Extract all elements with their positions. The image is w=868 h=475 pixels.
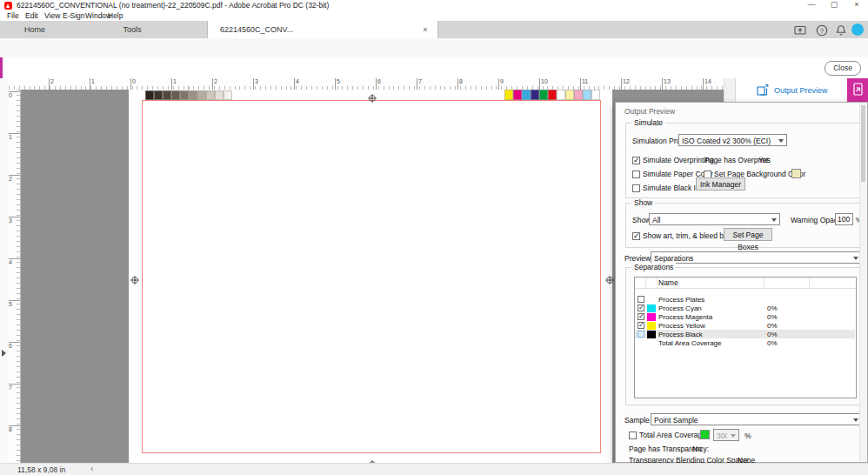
color-bar-cell	[548, 90, 557, 100]
grayscale-bar-cell	[154, 90, 163, 100]
preview-label: Preview:	[624, 254, 653, 263]
menu-view[interactable]: View	[43, 11, 62, 20]
separation-checkbox[interactable]	[638, 304, 644, 311]
show-dropdown[interactable]: All	[649, 213, 780, 225]
h-ruler-label: 2	[49, 78, 54, 90]
grayscale-bar-cell	[171, 90, 180, 100]
simulate-overprinting-checkbox[interactable]	[632, 157, 640, 164]
total-area-coverage-checkbox[interactable]	[629, 432, 637, 439]
chevron-down-icon	[771, 218, 777, 222]
v-ruler-label: 6	[9, 342, 20, 350]
ink-manager-button[interactable]: Ink Manager	[696, 177, 745, 191]
h-ruler-label: 2	[212, 78, 217, 90]
h-ruler-label: 10	[539, 78, 548, 90]
tab-home[interactable]: Home	[17, 21, 52, 38]
separation-row[interactable]: Process Yellow0%	[635, 321, 855, 330]
grayscale-bar-cell	[189, 90, 197, 100]
separation-row[interactable]: Process Cyan0%	[635, 304, 855, 312]
total-area-coverage-label: Total Area Coverage	[639, 431, 706, 439]
separation-name: Process Cyan	[658, 304, 702, 312]
color-bar-cell	[539, 90, 548, 100]
separation-name: Process Magenta	[658, 313, 712, 321]
v-ruler-label: 5	[9, 300, 20, 308]
tab-document-label: 62214560C_CONV...	[220, 21, 293, 38]
separation-checkbox[interactable]	[638, 296, 644, 303]
notifications-bell-icon[interactable]	[834, 23, 848, 36]
page-dimensions: 11,58 x 9,08 in	[17, 465, 65, 474]
separation-row[interactable]: Process Magenta0%	[635, 312, 855, 321]
warning-opacity-input[interactable]	[835, 213, 853, 225]
separations-listbox: Name Process PlatesProcess Cyan0%Process…	[634, 277, 857, 398]
separation-color-swatch	[647, 331, 656, 338]
grayscale-bar-cell	[145, 90, 154, 100]
tab-tools[interactable]: Tools	[111, 21, 153, 38]
separation-name: Total Area Coverage	[658, 339, 722, 347]
preview-dropdown[interactable]: Separations	[651, 251, 862, 264]
tools-pane-output-preview[interactable]: Output Preview	[774, 86, 828, 95]
screen-share-icon[interactable]	[793, 23, 807, 36]
show-boxes-checkbox[interactable]	[632, 232, 640, 240]
simulate-black-ink-label: Simulate Black Ink	[643, 184, 704, 192]
chevron-down-icon	[731, 434, 736, 438]
h-ruler-label: 6	[376, 78, 381, 90]
collapse-tools-pane-button[interactable]	[847, 78, 868, 102]
menu-file[interactable]: File	[5, 11, 21, 20]
output-preview-icon	[756, 84, 770, 97]
help-icon[interactable]: ?	[815, 23, 829, 36]
separation-coverage-value: 0%	[767, 304, 778, 312]
h-ruler-label: 13	[662, 78, 671, 90]
panel-scrollbar-thumb[interactable]	[861, 105, 865, 182]
grayscale-bar-cell	[215, 90, 224, 100]
color-bar-cell	[574, 90, 583, 100]
vertical-scrollbar[interactable]	[724, 78, 736, 102]
v-ruler-label: 0	[9, 91, 20, 99]
show-group: Show Show: All Warning Opacity: % Show a…	[625, 203, 862, 248]
tab-close-icon[interactable]: ×	[420, 21, 431, 38]
color-bar-cell	[557, 90, 565, 100]
acrobat-logo-icon	[4, 2, 12, 10]
separation-row[interactable]: Process Plates	[635, 295, 855, 304]
menu-help[interactable]: Help	[106, 11, 124, 20]
h-ruler-label: 1	[171, 78, 177, 90]
separations-group: Separations Name Process PlatesProcess C…	[625, 267, 864, 405]
h-ruler-label: 12	[621, 78, 630, 90]
user-avatar[interactable]	[851, 23, 864, 36]
tab-document[interactable]: 62214560C_CONV... ×	[207, 21, 438, 38]
simulation-profile-dropdown[interactable]: ISO Coated v2 300% (ECI)	[678, 134, 787, 146]
simulate-paper-color-checkbox[interactable]	[632, 171, 640, 178]
simulate-overprinting-label: Simulate Overprinting	[643, 156, 714, 164]
separation-checkbox[interactable]	[638, 331, 644, 338]
page-has-transparency-value: No	[692, 445, 702, 453]
panel-scrollbar[interactable]	[859, 103, 867, 462]
scroll-left-icon[interactable]: ‹	[90, 464, 93, 473]
separation-checkbox[interactable]	[638, 313, 644, 320]
sample-size-dropdown[interactable]: Point Sample	[651, 413, 862, 425]
separation-name: Process Black	[658, 331, 703, 338]
close-print-production-button[interactable]: Close	[825, 61, 861, 76]
grayscale-bar-cell	[197, 90, 206, 100]
separations-legend: Separations	[631, 263, 676, 271]
print-production-bar: Print Production	[0, 57, 868, 79]
h-ruler-label: 7	[417, 78, 422, 90]
simulate-black-ink-checkbox[interactable]	[632, 184, 640, 192]
page-background-color-swatch[interactable]	[791, 169, 801, 178]
window-close-button[interactable]: ×	[845, 0, 868, 10]
separation-checkbox[interactable]	[638, 322, 644, 329]
total-area-coverage-dropdown[interactable]: 300	[713, 429, 739, 441]
menu-edit[interactable]: Edit	[23, 11, 40, 20]
color-bar-cell	[522, 90, 531, 100]
separation-name: Process Plates	[658, 296, 704, 304]
window-maximize-button[interactable]: ▢	[823, 0, 845, 10]
separation-row[interactable]: Process Black0%	[635, 330, 855, 338]
separations-header: Name	[635, 278, 856, 289]
tabbar: Home Tools 62214560C_CONV... × ?	[0, 21, 868, 39]
show-legend: Show	[631, 198, 655, 207]
window-minimize-button[interactable]: —	[800, 0, 823, 10]
registration-mark	[368, 90, 377, 99]
set-page-boxes-button[interactable]: Set Page Boxes	[724, 228, 772, 241]
separations-header-name: Name	[658, 278, 678, 287]
menubar: FileEditViewE-SignWindowHelp	[0, 10, 868, 21]
page-has-overprint-value: Yes	[758, 156, 771, 164]
separation-row[interactable]: Total Area Coverage0%	[635, 338, 855, 347]
h-ruler-label: 3	[253, 78, 258, 90]
